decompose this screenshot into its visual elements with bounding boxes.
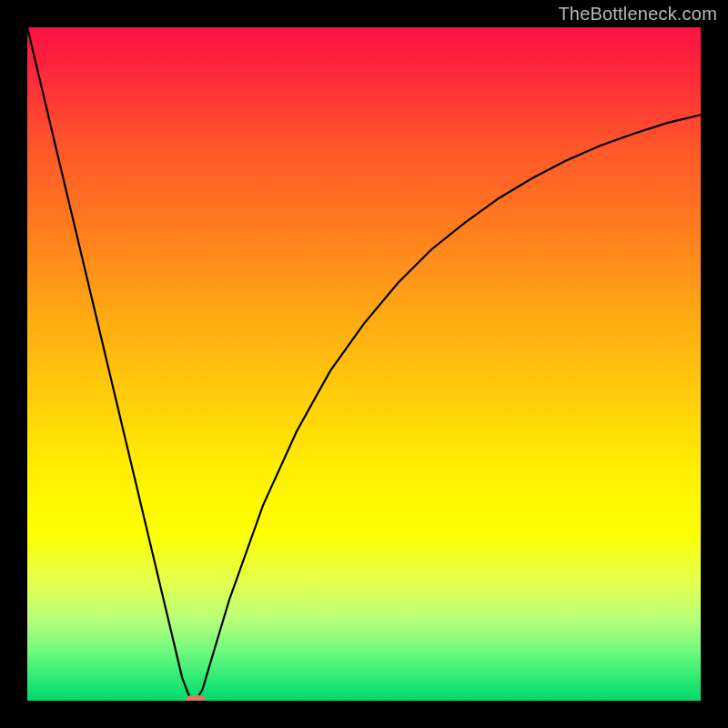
- bottleneck-curve: [27, 27, 701, 701]
- minimum-marker: [186, 695, 206, 701]
- plot-area: [27, 27, 701, 701]
- chart-container: TheBottleneck.com: [0, 0, 728, 728]
- watermark-text: TheBottleneck.com: [558, 4, 717, 25]
